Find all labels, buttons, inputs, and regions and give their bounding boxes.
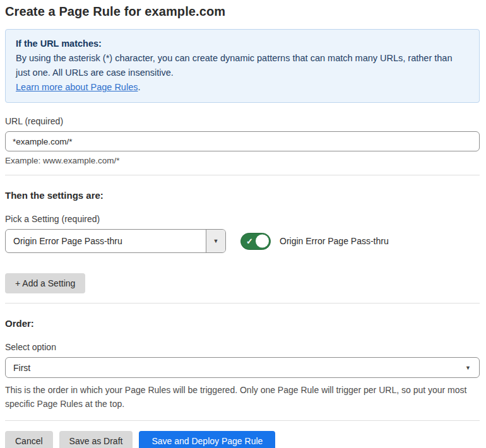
setting-row: Origin Error Page Pass-thru ▼ ✓ Origin E…: [5, 229, 480, 253]
setting-select[interactable]: Origin Error Page Pass-thru ▼: [5, 229, 226, 253]
setting-select-arrow-button[interactable]: ▼: [206, 230, 225, 252]
order-select-value: First: [13, 363, 30, 373]
divider: [5, 420, 480, 421]
info-box-link-line: Learn more about Page Rules.: [16, 80, 469, 95]
cancel-button[interactable]: Cancel: [5, 431, 53, 448]
order-section-heading: Order:: [5, 318, 480, 329]
setting-picker-label: Pick a Setting (required): [5, 214, 480, 224]
add-setting-button[interactable]: + Add a Setting: [5, 273, 85, 293]
save-and-deploy-button[interactable]: Save and Deploy Page Rule: [139, 431, 275, 448]
url-match-info-box: If the URL matches: By using the asteris…: [5, 29, 480, 103]
footer-actions: Cancel Save as Draft Save and Deploy Pag…: [5, 431, 480, 448]
url-input[interactable]: [5, 131, 480, 151]
toggle-knob: [256, 235, 269, 248]
chevron-down-icon: ▼: [213, 238, 219, 244]
order-helper-text: This is the order in which your Page Rul…: [5, 383, 472, 411]
toggle-label: Origin Error Page Pass-thru: [280, 236, 389, 246]
setting-toggle[interactable]: ✓: [240, 233, 271, 250]
url-field-label: URL (required): [5, 116, 480, 126]
page-title: Create a Page Rule for example.com: [5, 4, 480, 19]
url-example-helper: Example: www.example.com/*: [5, 156, 480, 165]
order-select[interactable]: First ▼: [5, 357, 480, 378]
divider: [5, 175, 480, 175]
info-box-body: By using the asterisk (*) character, you…: [16, 51, 469, 80]
settings-section-heading: Then the settings are:: [5, 190, 480, 201]
page-rule-form: Create a Page Rule for example.com If th…: [0, 0, 486, 448]
order-select-label: Select option: [5, 342, 480, 352]
info-box-heading: If the URL matches:: [16, 37, 469, 51]
setting-select-value: Origin Error Page Pass-thru: [6, 230, 206, 252]
learn-more-link[interactable]: Learn more about Page Rules: [16, 82, 138, 92]
divider: [5, 303, 480, 304]
link-suffix: .: [138, 82, 140, 92]
chevron-down-icon: ▼: [465, 365, 471, 371]
check-icon: ✓: [246, 237, 253, 245]
save-as-draft-button[interactable]: Save as Draft: [59, 431, 133, 448]
